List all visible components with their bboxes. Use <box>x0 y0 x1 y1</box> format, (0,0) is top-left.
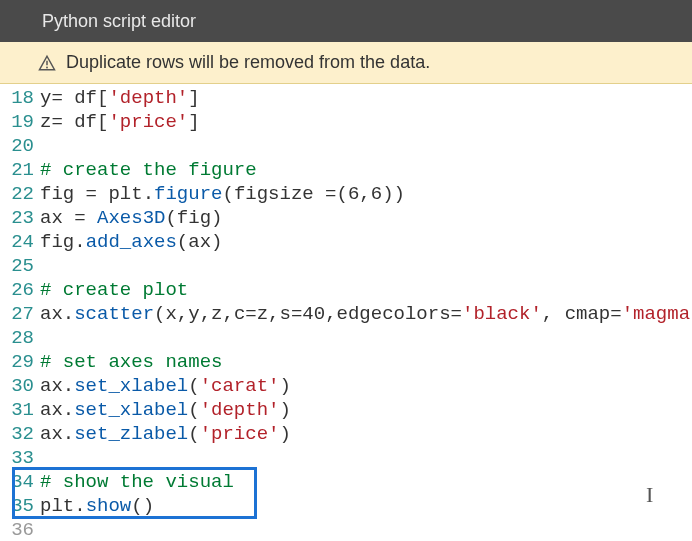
code-line[interactable]: 20 <box>0 134 692 158</box>
line-number: 33 <box>0 446 40 470</box>
code-line[interactable]: 22fig = plt.figure(figsize =(6,6)) <box>0 182 692 206</box>
code-content[interactable]: ax.set_zlabel('price') <box>40 422 692 446</box>
code-line[interactable]: 23ax = Axes3D(fig) <box>0 206 692 230</box>
code-line[interactable]: 21# create the figure <box>0 158 692 182</box>
code-content[interactable]: ax = Axes3D(fig) <box>40 206 692 230</box>
line-number: 34 <box>0 470 40 494</box>
line-number: 30 <box>0 374 40 398</box>
warning-icon <box>38 54 56 72</box>
code-line[interactable]: 32ax.set_zlabel('price') <box>0 422 692 446</box>
code-line[interactable]: 33 <box>0 446 692 470</box>
code-line[interactable]: 29# set axes names <box>0 350 692 374</box>
code-line[interactable]: 30ax.set_xlabel('carat') <box>0 374 692 398</box>
line-number: 20 <box>0 134 40 158</box>
code-line[interactable]: 26# create plot <box>0 278 692 302</box>
code-content[interactable] <box>40 446 692 470</box>
code-line[interactable]: 31ax.set_xlabel('depth') <box>0 398 692 422</box>
line-number: 19 <box>0 110 40 134</box>
code-content[interactable] <box>40 326 692 350</box>
line-number: 23 <box>0 206 40 230</box>
code-content[interactable]: ax.set_xlabel('depth') <box>40 398 692 422</box>
title-text: Python script editor <box>42 11 196 32</box>
code-line[interactable]: 35plt.show() <box>0 494 692 518</box>
code-content[interactable]: y= df['depth'] <box>40 86 692 110</box>
code-content[interactable]: fig.add_axes(ax) <box>40 230 692 254</box>
line-number: 35 <box>0 494 40 518</box>
code-content[interactable]: # set axes names <box>40 350 692 374</box>
warning-bar: Duplicate rows will be removed from the … <box>0 42 692 84</box>
line-number: 28 <box>0 326 40 350</box>
code-line[interactable]: 27ax.scatter(x,y,z,c=z,s=40,edgecolors='… <box>0 302 692 326</box>
line-number: 22 <box>0 182 40 206</box>
line-number: 36 <box>0 518 40 541</box>
line-number: 25 <box>0 254 40 278</box>
code-content[interactable]: # create plot <box>40 278 692 302</box>
code-line[interactable]: 24fig.add_axes(ax) <box>0 230 692 254</box>
code-content[interactable] <box>40 134 692 158</box>
code-content[interactable]: ax.scatter(x,y,z,c=z,s=40,edgecolors='bl… <box>40 302 692 326</box>
code-content[interactable] <box>40 254 692 278</box>
code-line[interactable]: 25 <box>0 254 692 278</box>
code-editor[interactable]: 18y= df['depth']19z= df['price']2021# cr… <box>0 84 692 541</box>
line-number: 32 <box>0 422 40 446</box>
line-number: 26 <box>0 278 40 302</box>
code-content[interactable]: # show the visual <box>40 470 692 494</box>
line-number: 24 <box>0 230 40 254</box>
line-number: 31 <box>0 398 40 422</box>
code-content[interactable]: ax.set_xlabel('carat') <box>40 374 692 398</box>
code-content[interactable]: fig = plt.figure(figsize =(6,6)) <box>40 182 692 206</box>
code-line[interactable]: 18y= df['depth'] <box>0 86 692 110</box>
code-line[interactable]: 28 <box>0 326 692 350</box>
code-content[interactable]: plt.show() <box>40 494 692 518</box>
code-line[interactable]: 36 <box>0 518 692 541</box>
code-content[interactable]: # create the figure <box>40 158 692 182</box>
svg-point-1 <box>46 66 48 68</box>
warning-text: Duplicate rows will be removed from the … <box>66 52 430 73</box>
line-number: 27 <box>0 302 40 326</box>
line-number: 29 <box>0 350 40 374</box>
line-number: 18 <box>0 86 40 110</box>
title-bar: Python script editor <box>0 0 692 42</box>
code-line[interactable]: 34# show the visual <box>0 470 692 494</box>
line-number: 21 <box>0 158 40 182</box>
code-content[interactable]: z= df['price'] <box>40 110 692 134</box>
code-line[interactable]: 19z= df['price'] <box>0 110 692 134</box>
